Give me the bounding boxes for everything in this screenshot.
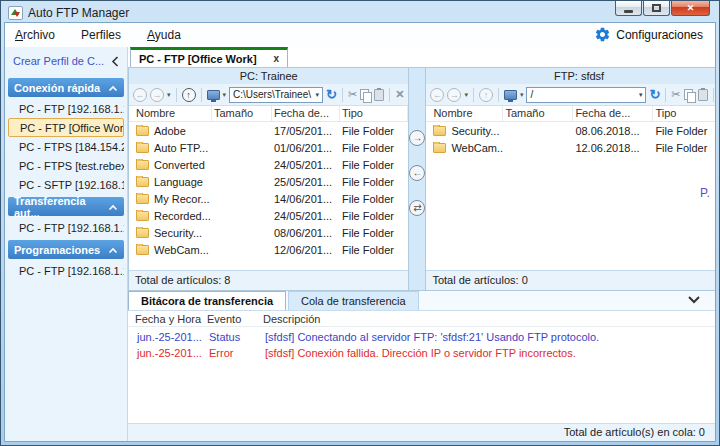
sidebar-item[interactable]: PC - SFTP [192.168.1.1...: [8, 175, 124, 194]
chevron-left-icon[interactable]: [111, 56, 119, 67]
copy-button[interactable]: [684, 89, 695, 101]
history-dropdown-icon[interactable]: ▾: [464, 91, 468, 99]
path-dropdown-icon[interactable]: ▾: [639, 91, 643, 99]
up-button[interactable]: ↑: [479, 88, 493, 102]
file-type: File Folder: [340, 193, 408, 205]
column-fecha[interactable]: Fecha de...: [272, 106, 340, 121]
column-tamano[interactable]: Tamaño: [212, 106, 272, 121]
tab-bitacora[interactable]: Bitácora de transferencia: [128, 291, 286, 310]
forward-button[interactable]: →: [447, 88, 461, 102]
sidebar-section-header[interactable]: Transferencia aut...: [8, 197, 124, 216]
column-tipo[interactable]: Tipo: [340, 106, 408, 121]
file-row[interactable]: Security...08.06.2018...File Folder: [426, 122, 715, 139]
sidebar-item[interactable]: PC - FTP [192.168.1.131]: [8, 261, 124, 280]
file-row[interactable]: WebCam...12/06/201...File Folder: [129, 241, 408, 258]
refresh-button[interactable]: ↻: [649, 88, 660, 102]
sidebar-section-header[interactable]: Conexión rápida: [8, 78, 124, 97]
sidebar-item[interactable]: PC - FTP [192.168.1.131]: [8, 218, 124, 237]
chevron-up-icon[interactable]: [108, 201, 118, 213]
transfer-left-button[interactable]: ←: [409, 165, 425, 181]
sidebar-item[interactable]: PC - FTPS [184.154.2.18]: [8, 137, 124, 156]
log-description: [sfdsf] Conectando al servidor FTP: 'sfd…: [263, 331, 715, 343]
create-profile-label: Crear Perfil de C...: [13, 55, 104, 67]
main-area: PC - FTP [Office Work] x PC: Trainee ← →…: [128, 47, 715, 441]
minimize-icon: [624, 10, 633, 13]
transfer-right-button[interactable]: →: [409, 130, 425, 146]
client-area: Archivo Perfiles Ayuda Configuraciones C…: [4, 22, 716, 442]
location-dropdown-icon[interactable]: ▾: [223, 91, 227, 99]
back-button[interactable]: ←: [430, 88, 444, 102]
local-path-text: C:\Users\Trainee\: [233, 89, 311, 100]
refresh-button[interactable]: ↻: [326, 88, 337, 102]
column-tamano[interactable]: Tamaño: [503, 106, 573, 121]
file-row[interactable]: Recorded...24/05/201...File Folder: [129, 207, 408, 224]
file-name-cell: WebCam...: [431, 142, 503, 154]
file-row[interactable]: Auto FTP...01/06/201...File Folder: [129, 139, 408, 156]
column-fecha[interactable]: Fecha de...: [573, 106, 653, 121]
copy-button[interactable]: [360, 89, 371, 101]
menu-ayuda[interactable]: Ayuda: [147, 28, 181, 42]
remote-path-input[interactable]: / ▾: [526, 87, 646, 103]
cut-button[interactable]: ✂: [671, 88, 680, 101]
sync-button[interactable]: ⇄: [409, 200, 425, 216]
tab-pc-ftp-office-work[interactable]: PC - FTP [Office Work] x: [130, 47, 288, 67]
column-evento[interactable]: Evento: [207, 313, 263, 325]
maximize-button[interactable]: [643, 1, 670, 16]
create-profile-link[interactable]: Crear Perfil de C...: [5, 51, 127, 71]
up-button[interactable]: ↑: [182, 88, 196, 102]
location-dropdown-icon[interactable]: ▾: [520, 91, 524, 99]
sidebar-section-header[interactable]: Programaciones: [8, 240, 124, 259]
sidebar-item-label: PC - FTP [192.168.1.103]: [19, 103, 124, 115]
sidebar-item-label: PC - FTPS [184.154.2.18]: [19, 141, 124, 153]
tab-cola[interactable]: Cola de transferencia: [288, 291, 419, 310]
settings-button[interactable]: Configuraciones: [594, 26, 703, 43]
column-descripcion[interactable]: Descripción: [263, 313, 715, 325]
file-name-cell: Security...: [134, 227, 212, 239]
collapse-log-icon[interactable]: [687, 295, 701, 304]
delete-button[interactable]: ✕: [395, 88, 404, 101]
file-row[interactable]: Adobe17/05/201...File Folder: [129, 122, 408, 139]
column-nombre[interactable]: Nombre: [431, 106, 503, 121]
computer-icon[interactable]: [207, 90, 220, 100]
path-dropdown-icon[interactable]: ▾: [316, 91, 320, 99]
tab-close-icon[interactable]: x: [273, 53, 279, 64]
chevron-up-icon[interactable]: [108, 82, 118, 94]
log-row[interactable]: jun.-25-201...Status[sfdsf] Conectando a…: [128, 329, 715, 345]
forward-button[interactable]: →: [150, 88, 164, 102]
back-button[interactable]: ←: [133, 88, 147, 102]
close-button[interactable]: ✕: [671, 1, 710, 16]
local-path-input[interactable]: C:\Users\Trainee\ ▾: [229, 87, 323, 103]
local-panel-title: PC: Trainee: [129, 68, 408, 84]
column-nombre[interactable]: Nombre: [134, 106, 212, 121]
menu-archivo[interactable]: Archivo: [15, 28, 55, 42]
file-row[interactable]: Security...08/06/201...File Folder: [129, 224, 408, 241]
file-type: File Folder: [653, 125, 715, 137]
file-date: 24/05/201...: [272, 159, 340, 171]
column-tipo[interactable]: Tipo: [653, 106, 715, 121]
paste-button[interactable]: [374, 89, 384, 101]
column-fecha-hora[interactable]: Fecha y Hora: [135, 313, 207, 325]
sidebar-item[interactable]: PC - FTPS [test.rebex.n...: [8, 156, 124, 175]
server-icon[interactable]: [504, 90, 517, 100]
minimize-button[interactable]: [615, 1, 642, 16]
chevron-up-icon[interactable]: [108, 244, 118, 256]
file-row[interactable]: Converted24/05/201...File Folder: [129, 156, 408, 173]
menu-perfiles[interactable]: Perfiles: [81, 28, 121, 42]
file-row[interactable]: WebCam...12.06.2018...File Folder: [426, 139, 715, 156]
file-row[interactable]: Language25/05/201...File Folder: [129, 173, 408, 190]
history-dropdown-icon[interactable]: ▾: [167, 91, 171, 99]
file-row[interactable]: My Recor...14/06/201...File Folder: [129, 190, 408, 207]
title-bar[interactable]: Auto FTP Manager ✕: [4, 1, 716, 22]
transfer-strip: → ← ⇄: [409, 68, 425, 291]
section-title: Programaciones: [14, 244, 100, 256]
tab-label: PC - FTP [Office Work]: [139, 53, 257, 65]
log-datetime: jun.-25-201...: [135, 347, 207, 359]
file-date: 25/05/201...: [272, 176, 340, 188]
window-controls: ✕: [614, 1, 710, 16]
log-row[interactable]: jun.-25-201...Error[sfdsf] Conexión fall…: [128, 345, 715, 361]
sidebar-item[interactable]: PC - FTP [Office Work]: [8, 118, 124, 137]
sidebar-item[interactable]: PC - FTP [192.168.1.103]: [8, 99, 124, 118]
cut-button[interactable]: ✂: [348, 88, 357, 101]
file-type: File Folder: [653, 142, 715, 154]
paste-button[interactable]: [698, 89, 708, 101]
